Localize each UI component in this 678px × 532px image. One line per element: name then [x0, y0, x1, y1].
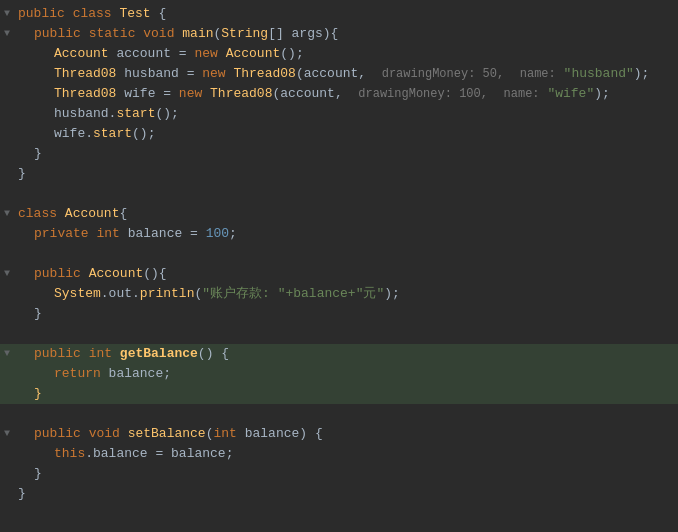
gutter-22: ▼ — [0, 424, 14, 444]
line-content-21 — [14, 404, 678, 424]
line-content-10 — [14, 184, 678, 204]
line-content-15: System.out.println("账户存款: "+balance+"元")… — [14, 284, 678, 304]
fold-arrow-22[interactable]: ▼ — [4, 424, 10, 444]
code-line-16: } — [0, 304, 678, 324]
line-content-20: } — [14, 384, 678, 404]
code-line-1: ▼ public class Test { — [0, 4, 678, 24]
gutter-2: ▼ — [0, 24, 14, 44]
line-content-16: } — [14, 304, 678, 324]
line-content-18: public int getBalance() { — [14, 344, 678, 364]
code-line-15: System.out.println("账户存款: "+balance+"元")… — [0, 284, 678, 304]
code-line-21 — [0, 404, 678, 424]
code-line-13 — [0, 244, 678, 264]
line-content-25: } — [14, 484, 678, 504]
code-line-4: Thread08 husband = new Thread08(account,… — [0, 64, 678, 84]
line-content-17 — [14, 324, 678, 344]
line-content-7: wife.start(); — [14, 124, 678, 144]
fold-arrow-1[interactable]: ▼ — [4, 4, 10, 24]
line-content-8: } — [14, 144, 678, 164]
line-content-24: } — [14, 464, 678, 484]
line-content-11: class Account{ — [14, 204, 678, 224]
line-content-6: husband.start(); — [14, 104, 678, 124]
code-editor: ▼ public class Test { ▼ public static vo… — [0, 0, 678, 508]
code-line-23: this.balance = balance; — [0, 444, 678, 464]
fold-arrow-18[interactable]: ▼ — [4, 344, 10, 364]
line-content-14: public Account(){ — [14, 264, 678, 284]
code-line-22: ▼ public void setBalance(int balance) { — [0, 424, 678, 444]
line-content-5: Thread08 wife = new Thread08(account, dr… — [14, 84, 678, 104]
fold-arrow-11[interactable]: ▼ — [4, 204, 10, 224]
gutter-14: ▼ — [0, 264, 14, 284]
code-line-2: ▼ public static void main(String[] args)… — [0, 24, 678, 44]
code-line-12: private int balance = 100; — [0, 224, 678, 244]
gutter-18: ▼ — [0, 344, 14, 364]
gutter-11: ▼ — [0, 204, 14, 224]
code-line-10 — [0, 184, 678, 204]
gutter-1: ▼ — [0, 4, 14, 24]
fold-arrow-14[interactable]: ▼ — [4, 264, 10, 284]
line-content-22: public void setBalance(int balance) { — [14, 424, 678, 444]
code-line-20: } — [0, 384, 678, 404]
line-content-9: } — [14, 164, 678, 184]
line-content-2: public static void main(String[] args){ — [14, 24, 678, 44]
code-line-3: Account account = new Account(); — [0, 44, 678, 64]
line-content-13 — [14, 244, 678, 264]
code-line-17 — [0, 324, 678, 344]
line-content-12: private int balance = 100; — [14, 224, 678, 244]
code-line-24: } — [0, 464, 678, 484]
line-content-1: public class Test { — [14, 4, 678, 24]
fold-arrow-2[interactable]: ▼ — [4, 24, 10, 44]
code-line-25: } — [0, 484, 678, 504]
code-line-14: ▼ public Account(){ — [0, 264, 678, 284]
line-content-4: Thread08 husband = new Thread08(account,… — [14, 64, 678, 84]
code-line-5: Thread08 wife = new Thread08(account, dr… — [0, 84, 678, 104]
line-content-19: return balance; — [14, 364, 678, 384]
code-line-6: husband.start(); — [0, 104, 678, 124]
line-content-23: this.balance = balance; — [14, 444, 678, 464]
line-content-3: Account account = new Account(); — [14, 44, 678, 64]
code-line-7: wife.start(); — [0, 124, 678, 144]
code-line-18: ▼ public int getBalance() { — [0, 344, 678, 364]
code-line-11: ▼ class Account{ — [0, 204, 678, 224]
code-line-9: } — [0, 164, 678, 184]
code-line-8: } — [0, 144, 678, 164]
code-line-19: return balance; — [0, 364, 678, 384]
